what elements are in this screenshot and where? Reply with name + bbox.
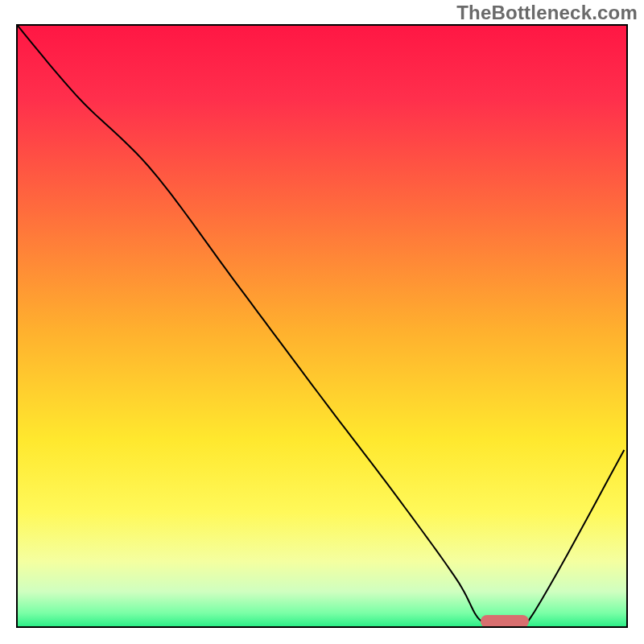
bottleneck-curve [18, 26, 626, 626]
watermark-text: TheBottleneck.com [456, 2, 638, 24]
optimal-range-marker [481, 615, 529, 628]
chart-container: TheBottleneck.com [0, 0, 644, 644]
plot-area [16, 24, 628, 628]
